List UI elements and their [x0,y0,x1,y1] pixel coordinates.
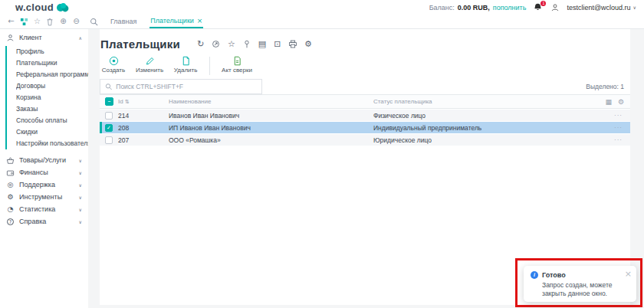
delete-button[interactable]: Удалить [173,56,198,74]
chevron-down-icon: ∨ [79,182,82,188]
row-checkbox[interactable]: ✓ [105,124,113,132]
delete-file-icon [181,56,191,66]
user-avatar-icon[interactable] [550,3,560,12]
user-email: testclient@wcloud.ru [567,4,630,11]
cell-status: Индивидуальный предприниматель [373,124,601,132]
topup-link[interactable]: пополнить [493,4,527,11]
topbar: w.cloud Баланс: 0.00 RUB, пополнить 1 [0,0,644,29]
sidebar-section-tools[interactable]: ⚙ Инструменты ∨ [0,191,88,203]
sidebar-section-finance[interactable]: Финансы ∨ [0,166,88,179]
logo[interactable]: w.cloud [15,2,70,13]
print-icon[interactable] [288,40,297,49]
sidebar-item-discounts[interactable]: Скидки [16,126,88,138]
column-header-name[interactable]: Наименование [169,98,373,105]
sidebar-section-statistics[interactable]: ◔ Статистика ∨ [0,203,88,215]
chevron-down-icon: ∨ [79,195,82,200]
select-all-checkbox[interactable]: – [105,97,113,106]
document-icon[interactable]: ▤ [258,40,267,49]
annotation-highlight-box: i Готово Запрос создан, можете закрыть д… [515,258,642,307]
user-icon [6,34,15,42]
report-file-icon [232,56,242,66]
notifications-bell-icon[interactable]: 1 [533,2,544,13]
export-icon[interactable]: ⊡ [273,40,282,49]
apps-icon[interactable] [20,18,28,26]
tab-payers[interactable]: Плательщики × [150,14,203,28]
search-icon[interactable] [90,18,98,26]
refresh-icon[interactable]: ↻ [196,40,205,49]
row-checkbox[interactable] [105,112,113,120]
pie-chart-icon: ◔ [6,205,15,214]
sidebar-section-help[interactable]: ? Справка ∨ [0,215,88,228]
sidebar-item-payers[interactable]: Плательщики [16,57,88,69]
gear-icon: ⚙ [6,193,15,202]
table-header: – Id ⇅ Наименование Статус плательщика ▦… [100,95,630,109]
sidebar-section-label: Товары/Услуги [19,156,79,164]
sidebar-section-label: Инструменты [19,193,79,201]
tab-home[interactable]: Главная [110,14,137,28]
sidebar-section-client[interactable]: Клиент ∧ [0,31,88,44]
star-icon[interactable]: ☆ [227,40,236,49]
sidebar-item-profile[interactable]: Профиль [16,46,88,57]
cell-id: 214 [118,112,169,120]
row-menu-icon[interactable]: ··· [601,136,630,143]
zoom-in-icon[interactable]: ⊕ [59,17,67,26]
sidebar-section-label: Поддержка [19,181,79,188]
tab-label: Главная [110,18,136,25]
toast-title: Готово [542,271,566,279]
selected-count: Выделено: 1 [586,83,630,90]
table-row[interactable]: 214 Иванов Иван Иванович Физическое лицо… [100,110,630,121]
sidebar-item-contracts[interactable]: Договоры [16,80,88,92]
toast-notification: i Готово Запрос создан, можете закрыть д… [524,266,636,302]
info-icon: i [531,271,538,279]
trash-icon[interactable] [46,18,54,26]
search-icon [105,83,112,90]
balance-label: Баланс: [429,4,455,11]
search-box[interactable] [100,79,262,94]
chevron-down-icon: ∨ [79,219,82,224]
sidebar-item-user-settings[interactable]: Настройки пользователя [16,138,88,149]
table-settings-icon[interactable]: ⚙ [618,98,624,106]
sidebar-item-cart[interactable]: Корзина [16,92,88,103]
star-icon[interactable]: ☆ [33,17,41,26]
row-menu-icon[interactable]: ··· [601,112,630,119]
sort-icon[interactable]: ⇅ [125,99,130,105]
pin-icon[interactable] [242,40,251,49]
sidebar-section-label: Клиент [19,34,79,41]
share-icon[interactable] [212,40,221,49]
chevron-up-icon: ∧ [79,35,82,41]
chevron-down-icon: ∨ [79,170,82,175]
row-checkbox[interactable] [105,136,113,144]
settings-gear-icon[interactable]: ⚙ [304,40,313,49]
sidebar-section-label: Статистика [19,205,79,213]
create-button[interactable]: Создать [101,56,126,74]
button-label: Акт сверки [222,67,252,74]
sidebar-item-payment-methods[interactable]: Способы оплаты [16,115,88,126]
create-icon [109,56,119,66]
sidebar-section-products[interactable]: Товары/Услуги ∨ [0,154,88,166]
edit-button[interactable]: Изменить [136,56,163,74]
zoom-out-icon[interactable]: ⊖ [72,17,80,26]
pencil-icon [145,56,155,66]
notification-badge: 1 [540,1,546,6]
cell-name: ИП Иванов Иван Иванович [169,124,373,132]
basket-icon [6,156,15,165]
column-header-status[interactable]: Статус плательщика [373,98,601,105]
reconciliation-act-button[interactable]: Акт сверки [222,56,252,74]
toast-close-icon[interactable]: × [625,269,632,279]
back-icon[interactable]: ← [7,17,15,26]
column-header-id[interactable]: Id ⇅ [118,98,169,105]
row-menu-icon[interactable]: ··· [601,124,630,131]
cell-id: 207 [118,136,169,144]
sidebar-item-orders[interactable]: Заказы [16,103,88,115]
sidebar-client-items: Профиль Плательщики Реферальная программ… [5,46,88,149]
search-input[interactable] [116,83,257,90]
table-row[interactable]: 207 ООО «Ромашка» Юридическое лицо ··· [100,134,630,146]
user-menu[interactable]: testclient@wcloud.ru ∨ [567,4,636,11]
sidebar-item-referral[interactable]: Реферальная программа [16,69,88,80]
table-row-selected[interactable]: ✓ 208 ИП Иванов Иван Иванович Индивидуал… [100,122,630,133]
sidebar-section-support[interactable]: ◎ Поддержка ∨ [0,179,88,191]
page-title: Плательщики [100,38,180,51]
column-view-icon[interactable]: ▦ [605,98,612,106]
tab-close-icon[interactable]: × [197,17,203,25]
sidebar-section-label: Финансы [19,169,79,176]
